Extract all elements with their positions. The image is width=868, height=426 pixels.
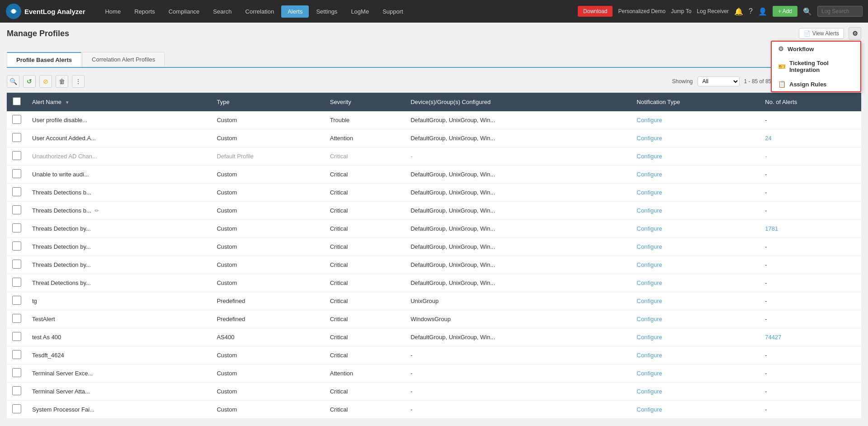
col-type[interactable]: Type: [211, 93, 324, 111]
row-checkbox[interactable]: [12, 368, 21, 377]
configure-link[interactable]: Configure: [637, 153, 662, 160]
row-checkbox[interactable]: [12, 332, 21, 341]
row-checkbox-cell[interactable]: [7, 147, 27, 166]
select-all-checkbox[interactable]: [13, 97, 21, 105]
search-icon[interactable]: 🔍: [803, 7, 812, 16]
row-notification-type[interactable]: Configure: [631, 111, 760, 129]
row-checkbox-cell[interactable]: [7, 274, 27, 292]
col-severity[interactable]: Severity: [325, 93, 405, 111]
configure-link[interactable]: Configure: [637, 298, 662, 304]
configure-link[interactable]: Configure: [637, 207, 662, 214]
row-checkbox-cell[interactable]: [7, 310, 27, 328]
row-checkbox[interactable]: [12, 169, 21, 178]
dropdown-item-assign-rules[interactable]: 📋 Assign Rules: [772, 77, 860, 91]
help-icon[interactable]: ?: [749, 7, 753, 15]
col-alert-name[interactable]: Alert Name ▼: [27, 93, 211, 111]
row-notification-type[interactable]: Configure: [631, 147, 760, 166]
nav-alerts[interactable]: Alerts: [281, 5, 309, 18]
configure-link[interactable]: Configure: [637, 261, 662, 268]
nav-reports[interactable]: Reports: [128, 5, 161, 18]
row-checkbox-cell[interactable]: [7, 129, 27, 147]
configure-link[interactable]: Configure: [637, 279, 662, 286]
row-checkbox-cell[interactable]: [7, 383, 27, 401]
configure-link[interactable]: Configure: [637, 316, 662, 322]
dropdown-item-ticketing[interactable]: 🎫 Ticketing Tool Integration: [772, 56, 860, 77]
row-notification-type[interactable]: Configure: [631, 364, 760, 383]
row-checkbox[interactable]: [12, 151, 21, 160]
configure-link[interactable]: Configure: [637, 370, 662, 377]
disable-button[interactable]: ⊘: [39, 75, 52, 88]
delete-button[interactable]: 🗑: [56, 75, 68, 88]
row-checkbox[interactable]: [12, 115, 21, 124]
configure-link[interactable]: Configure: [637, 135, 662, 142]
row-checkbox[interactable]: [12, 350, 21, 359]
row-notification-type[interactable]: Configure: [631, 202, 760, 220]
row-notification-type[interactable]: Configure: [631, 238, 760, 256]
row-checkbox[interactable]: [12, 404, 21, 413]
row-notification-type[interactable]: Configure: [631, 401, 760, 419]
filter-search-button[interactable]: 🔍: [7, 75, 19, 88]
row-checkbox[interactable]: [12, 205, 21, 214]
row-notification-type[interactable]: Configure: [631, 129, 760, 147]
row-checkbox-cell[interactable]: [7, 184, 27, 202]
tab-profile-based-alerts[interactable]: Profile Based Alerts: [7, 52, 81, 67]
nav-correlation[interactable]: Correlation: [239, 5, 281, 18]
row-checkbox[interactable]: [12, 386, 21, 395]
configure-link[interactable]: Configure: [637, 388, 662, 395]
row-checkbox[interactable]: [12, 314, 21, 323]
configure-link[interactable]: Configure: [637, 189, 662, 196]
row-checkbox-cell[interactable]: [7, 364, 27, 383]
download-button[interactable]: Download: [578, 6, 613, 17]
row-checkbox[interactable]: [12, 241, 21, 251]
row-checkbox[interactable]: [12, 296, 21, 305]
row-notification-type[interactable]: Configure: [631, 346, 760, 364]
row-checkbox[interactable]: [12, 278, 21, 287]
configure-link[interactable]: Configure: [637, 406, 662, 413]
row-checkbox[interactable]: [12, 133, 21, 142]
nav-settings[interactable]: Settings: [310, 5, 344, 18]
row-notification-type[interactable]: Configure: [631, 274, 760, 292]
row-checkbox-cell[interactable]: [7, 238, 27, 256]
nav-compliance[interactable]: Compliance: [162, 5, 206, 18]
row-notification-type[interactable]: Configure: [631, 292, 760, 310]
view-alerts-button[interactable]: 📄 View Alerts: [799, 28, 844, 39]
row-checkbox-cell[interactable]: [7, 166, 27, 184]
row-checkbox-cell[interactable]: [7, 292, 27, 310]
row-checkbox-cell[interactable]: [7, 111, 27, 129]
row-checkbox-cell[interactable]: [7, 346, 27, 364]
row-checkbox-cell[interactable]: [7, 401, 27, 419]
row-checkbox[interactable]: [12, 187, 21, 196]
nav-logme[interactable]: LogMe: [344, 5, 375, 18]
row-notification-type[interactable]: Configure: [631, 184, 760, 202]
row-notification-type[interactable]: Configure: [631, 328, 760, 346]
select-all-header[interactable]: [7, 93, 27, 111]
row-checkbox-cell[interactable]: [7, 202, 27, 220]
configure-link[interactable]: Configure: [637, 225, 662, 232]
configure-link[interactable]: Configure: [637, 117, 662, 123]
configure-link[interactable]: Configure: [637, 171, 662, 178]
row-notification-type[interactable]: Configure: [631, 220, 760, 238]
dropdown-item-workflow[interactable]: ⚙ Workflow: [772, 42, 860, 56]
log-receiver-link[interactable]: Log Receiver: [697, 8, 729, 14]
jump-to-link[interactable]: Jump To: [671, 8, 691, 14]
row-checkbox-cell[interactable]: [7, 220, 27, 238]
row-notification-type[interactable]: Configure: [631, 166, 760, 184]
col-notification-type[interactable]: Notification Type: [631, 93, 760, 111]
row-checkbox-cell[interactable]: [7, 328, 27, 346]
nav-home[interactable]: Home: [99, 5, 127, 18]
row-checkbox[interactable]: [12, 260, 21, 269]
tab-correlation-alert-profiles[interactable]: Correlation Alert Profiles: [82, 52, 165, 67]
more-options-button[interactable]: ⋮: [72, 75, 85, 88]
row-checkbox-cell[interactable]: [7, 256, 27, 274]
notifications-icon[interactable]: 🔔: [734, 7, 743, 16]
enable-button[interactable]: ↺: [23, 75, 36, 88]
nav-search[interactable]: Search: [207, 5, 238, 18]
showing-select[interactable]: All Custom Predefined: [698, 76, 740, 86]
settings-gear-button[interactable]: ⚙: [849, 27, 861, 40]
search-input[interactable]: [817, 6, 863, 17]
user-icon[interactable]: 👤: [758, 7, 767, 16]
col-no-alerts[interactable]: No. of Alerts: [760, 93, 861, 111]
row-notification-type[interactable]: Configure: [631, 256, 760, 274]
edit-row-icon[interactable]: ✏: [94, 208, 99, 214]
row-notification-type[interactable]: Configure: [631, 310, 760, 328]
